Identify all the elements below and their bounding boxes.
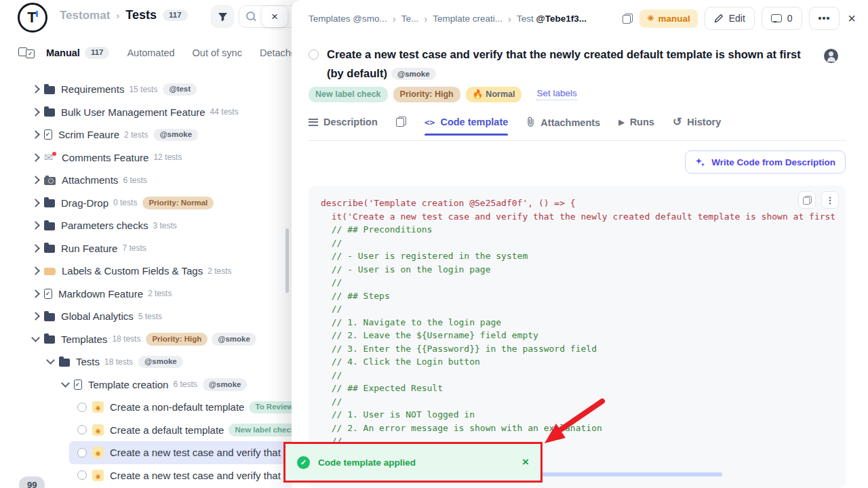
clear-search-button[interactable]: × — [262, 6, 288, 27]
chevron-right-separator: › — [508, 13, 511, 24]
tree-item-count: 3 tests — [153, 221, 176, 230]
tree-row[interactable]: Labels & Custom Fields & Tags2 tests — [0, 260, 304, 283]
tab-code-template[interactable]: <>Code template — [425, 117, 509, 136]
tree-row[interactable]: Create a new test case and verify that — [69, 441, 304, 464]
toast-close-button[interactable]: × — [522, 455, 529, 469]
tree-item-label: Labels & Custom Fields & Tags — [62, 265, 203, 277]
chevron-right-icon[interactable] — [31, 289, 40, 298]
tree-item-count: 6 tests — [123, 176, 146, 185]
code-line: // - User is on the login page — [321, 264, 490, 274]
tree-item-label: Attachments — [62, 174, 118, 186]
breadcrumb-segment[interactable]: Test @Tebe1f3... — [517, 14, 587, 24]
chevron-right-icon[interactable] — [31, 153, 40, 162]
tree-row[interactable]: Bulk User Management Feature44 tests — [0, 101, 304, 124]
test-state-radio[interactable] — [77, 448, 87, 458]
tree-row[interactable]: Parameters checks3 tests — [0, 214, 304, 237]
label-badge[interactable]: 🔥Normal — [466, 87, 522, 102]
copy-code-button[interactable] — [798, 191, 816, 209]
tree-item-count: 15 tests — [129, 85, 157, 94]
chevron-down-icon[interactable] — [61, 379, 70, 388]
select-tests-icon[interactable] — [26, 47, 27, 58]
manual-test-icon — [92, 401, 104, 413]
edit-button[interactable]: Edit — [705, 7, 755, 30]
chevron-right-icon[interactable] — [31, 244, 40, 253]
code-menu-button[interactable]: ⋮ — [821, 191, 839, 209]
copy-test-id-icon[interactable] — [623, 14, 633, 24]
chevron-right-icon[interactable] — [31, 85, 40, 94]
copy-description-icon[interactable] — [396, 117, 406, 127]
tab-manual[interactable]: Manual117 — [46, 47, 110, 59]
tests-count-badge: 117 — [163, 9, 188, 22]
tree-row[interactable]: Drag-Drop0 testsPriority: Normal — [0, 192, 304, 215]
tab-description[interactable]: Description — [309, 117, 378, 136]
more-actions-button[interactable]: ••• — [809, 7, 840, 30]
folder-icon — [44, 86, 55, 94]
chevron-right-separator: › — [393, 13, 396, 24]
doc-icon — [44, 289, 52, 299]
tree-item-badge: Priority: Normal — [142, 197, 214, 209]
code-line: // - User is registered in the system — [321, 251, 528, 261]
tree-row[interactable]: Tests18 tests@smoke — [0, 350, 304, 373]
test-state-radio[interactable] — [77, 470, 87, 480]
breadcrumb-segment[interactable]: Te... — [401, 14, 419, 24]
manual-test-icon — [92, 424, 104, 436]
tree-row[interactable]: Templates18 testsPriority: High@smoke — [0, 328, 304, 351]
overflow-count-badge[interactable]: 99 — [19, 476, 45, 488]
chevron-right-icon[interactable] — [31, 266, 40, 275]
tree-row[interactable]: Markdown Feature2 tests — [0, 283, 304, 306]
tree-row[interactable]: Create a new test case and verify that — [0, 464, 304, 487]
code-line: // 3. Enter the {{Password}} in the pass… — [321, 344, 597, 354]
tree-item-badge: @smoke — [138, 356, 183, 369]
tree-row[interactable]: Run Feature7 tests — [0, 237, 304, 260]
tree-row[interactable]: Scrim Feaure2 tests@smoke — [0, 123, 304, 146]
tree-item-badge: New label check — [229, 424, 301, 436]
close-panel-button[interactable]: × — [846, 11, 857, 26]
chevron-right-icon[interactable] — [31, 312, 40, 321]
tabs-divider — [309, 140, 846, 141]
test-state-radio[interactable] — [77, 425, 87, 434]
chevron-right-icon[interactable] — [31, 221, 40, 230]
test-state-radio[interactable] — [77, 403, 87, 412]
chevron-right-icon[interactable] — [31, 108, 40, 117]
tree-row[interactable]: Template creation6 tests@smoke — [0, 373, 304, 396]
manual-status-badge: manual — [639, 9, 697, 28]
tree-row[interactable]: Requirements15 tests@test — [0, 78, 304, 101]
tab-runs[interactable]: ▶Runs — [618, 117, 654, 136]
tree-row[interactable]: Create a default templateNew label check — [0, 419, 304, 442]
tab-attachments[interactable]: Attachments — [526, 117, 600, 137]
chevron-down-icon[interactable] — [31, 333, 40, 342]
set-labels-link[interactable]: Set labels — [536, 88, 576, 100]
testomat-logo-icon[interactable]: T — [18, 3, 47, 33]
tree-row[interactable]: Create a non-default templateTo Review — [0, 396, 304, 419]
chevron-right-icon[interactable] — [31, 199, 40, 207]
test-status-radio[interactable] — [309, 49, 319, 60]
sidebar-scrollbar[interactable] — [285, 228, 289, 293]
tree-row[interactable]: Comments Feature12 tests — [0, 146, 304, 169]
chevron-right-icon[interactable] — [31, 130, 40, 139]
tab-label: History — [687, 117, 721, 127]
tree-item-count: 7 tests — [122, 243, 146, 253]
tab-history[interactable]: ↺History — [673, 117, 721, 136]
success-check-icon: ✓ — [297, 456, 310, 469]
breadcrumb-segment[interactable]: Templates @smo... — [309, 14, 387, 24]
brand-name[interactable]: Testomat — [60, 9, 110, 22]
comments-button[interactable]: 0 — [762, 7, 802, 30]
filter-button[interactable] — [211, 5, 234, 28]
assignee-avatar[interactable] — [824, 49, 838, 63]
chevron-right-separator: › — [424, 13, 427, 24]
tree-row[interactable]: Attachments6 tests — [0, 169, 304, 192]
label-badge[interactable]: Priority: High — [393, 87, 460, 102]
tree-item-count: 2 tests — [124, 130, 148, 140]
tree-item-count: 44 tests — [210, 107, 239, 117]
tab-out-of-sync[interactable]: Out of sync — [193, 47, 242, 58]
vertical-dots-icon: ⋮ — [826, 195, 835, 205]
chevron-right-icon[interactable] — [31, 176, 40, 184]
tree-row[interactable]: Global Analytics5 tests — [0, 305, 304, 328]
chevron-down-icon[interactable] — [46, 356, 55, 365]
label-badge[interactable]: New label check — [309, 87, 388, 102]
breadcrumb-segment[interactable]: Template creati... — [433, 14, 502, 24]
tab-automated[interactable]: Automated — [127, 47, 174, 58]
tab-count-badge: 117 — [85, 47, 110, 59]
tree-item-label: Create a new test case and verify that — [110, 470, 281, 481]
write-code-from-description-button[interactable]: Write Code from Description — [685, 150, 846, 174]
